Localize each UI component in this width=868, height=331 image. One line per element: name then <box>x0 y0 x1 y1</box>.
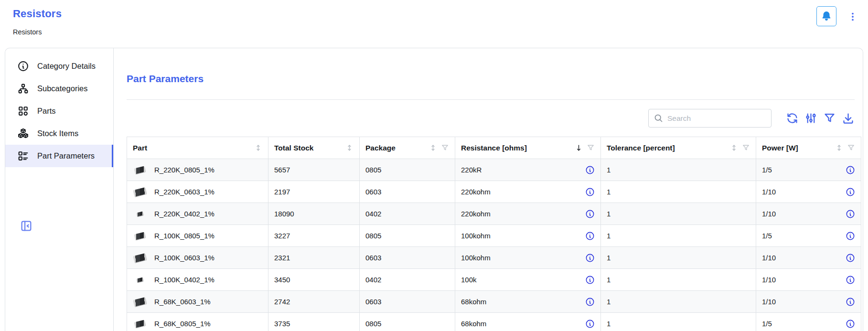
info-circle-blue-icon[interactable] <box>585 231 595 241</box>
info-circle-blue-icon[interactable] <box>585 319 595 329</box>
column-header-package[interactable]: Package <box>360 137 455 159</box>
total-stock-value: 2742 <box>274 298 290 306</box>
table-row[interactable]: R_68K_0805_1% 3735 0805 68kohm 1 1/5 <box>127 313 861 331</box>
arrows-sort-icon <box>730 144 738 152</box>
total-stock-value: 5657 <box>274 166 290 174</box>
table-row[interactable]: R_100K_0805_1% 3227 0805 100kohm 1 1/5 <box>127 225 861 247</box>
part-name[interactable]: R_220K_0805_1% <box>154 166 214 174</box>
sidebar-item-label: Stock Items <box>37 129 78 138</box>
section-title: Part Parameters <box>127 73 204 85</box>
dots-vertical-icon <box>847 11 858 23</box>
part-name[interactable]: R_100K_0603_1% <box>154 254 214 262</box>
package-value: 0805 <box>365 166 381 174</box>
arrows-sort-icon <box>429 144 437 152</box>
power-value: 1/10 <box>762 276 776 284</box>
arrows-sort-icon <box>345 144 354 152</box>
tolerance-value: 1 <box>607 232 611 240</box>
sidebar-item-label: Subcategories <box>37 84 88 93</box>
info-circle-blue-icon[interactable] <box>585 275 595 285</box>
info-circle-blue-icon[interactable] <box>585 187 595 197</box>
package-value: 0402 <box>365 276 381 284</box>
search-box <box>648 109 772 128</box>
column-header-part[interactable]: Part <box>127 137 268 159</box>
page-header: Resistors Resistors <box>0 0 868 48</box>
adjustments-icon <box>804 112 817 125</box>
column-header-resistance-ohms[interactable]: Resistance [ohms] <box>455 137 601 159</box>
funnel-small-icon <box>847 144 855 152</box>
column-label: Tolerance [percent] <box>607 144 675 152</box>
info-circle-blue-icon[interactable] <box>585 209 595 219</box>
part-name[interactable]: R_100K_0402_1% <box>154 276 214 284</box>
search-input[interactable] <box>664 114 771 123</box>
table-row[interactable]: R_68K_0603_1% 2742 0603 68kohm 1 1/10 <box>127 291 861 313</box>
part-name[interactable]: R_220K_0402_1% <box>154 210 214 218</box>
column-label: Resistance [ohms] <box>461 144 527 152</box>
sidebar-item-parts[interactable]: Parts <box>5 100 113 122</box>
info-circle-blue-icon[interactable] <box>846 165 855 175</box>
column-label: Power [W] <box>762 144 798 152</box>
info-circle-blue-icon[interactable] <box>585 253 595 263</box>
funnel-small-icon <box>742 144 750 152</box>
sidebar-item-subcategories[interactable]: Subcategories <box>5 77 113 100</box>
info-circle-blue-icon[interactable] <box>585 165 595 175</box>
part-name[interactable]: R_220K_0603_1% <box>154 188 214 196</box>
package-value: 0805 <box>365 320 381 328</box>
part-parameters-table: Part Total Stock Package Resistance [ohm… <box>127 137 861 331</box>
info-circle-blue-icon[interactable] <box>846 275 855 285</box>
info-circle-blue-icon[interactable] <box>846 187 855 197</box>
power-value: 1/10 <box>762 298 776 306</box>
table-row[interactable]: R_220K_0805_1% 5657 0805 220kR 1 1/5 <box>127 159 861 181</box>
sidebar-item-category-details[interactable]: Category Details <box>5 55 113 77</box>
column-label: Part <box>133 144 147 152</box>
sidebar-item-part-parameters[interactable]: Part Parameters <box>5 145 113 167</box>
part-thumbnail <box>133 255 147 261</box>
part-name[interactable]: R_68K_0805_1% <box>154 320 211 328</box>
collapse-sidebar-button[interactable] <box>20 219 33 233</box>
info-circle-blue-icon[interactable] <box>846 209 855 219</box>
column-label: Total Stock <box>274 144 313 152</box>
tolerance-value: 1 <box>607 298 611 306</box>
column-header-total-stock[interactable]: Total Stock <box>268 137 360 159</box>
table-settings-button[interactable] <box>804 112 817 125</box>
sidebar-item-label: Parts <box>37 107 56 116</box>
info-circle-blue-icon[interactable] <box>846 231 855 241</box>
refresh-button[interactable] <box>786 112 799 125</box>
part-thumbnail <box>133 321 147 327</box>
column-header-power-w[interactable]: Power [W] <box>756 137 861 159</box>
filters-button[interactable] <box>823 112 836 125</box>
search-icon <box>654 113 664 123</box>
sidebar-item-label: Category Details <box>37 62 96 71</box>
part-name[interactable]: R_68K_0603_1% <box>154 298 211 306</box>
table-row[interactable]: R_220K_0402_1% 18090 0402 220kohm 1 1/10 <box>127 203 861 225</box>
info-circle-blue-icon[interactable] <box>846 253 855 263</box>
table-row[interactable]: R_100K_0603_1% 2321 0603 100kohm 1 1/10 <box>127 247 861 269</box>
column-label: Package <box>365 144 396 152</box>
tolerance-value: 1 <box>607 188 611 196</box>
sidebar-item-stock-items[interactable]: Stock Items <box>5 122 113 145</box>
total-stock-value: 2321 <box>274 254 290 262</box>
table-row[interactable]: R_220K_0603_1% 2197 0603 220kohm 1 1/10 <box>127 181 861 203</box>
part-thumbnail <box>133 233 147 239</box>
breadcrumb[interactable]: Resistors <box>13 28 42 36</box>
info-circle-blue-icon[interactable] <box>585 297 595 307</box>
power-value: 1/5 <box>762 166 772 174</box>
tolerance-value: 1 <box>607 320 611 328</box>
info-circle-blue-icon[interactable] <box>846 319 855 329</box>
list-details-icon <box>17 150 29 162</box>
resistance-value: 100k <box>461 276 477 284</box>
arrows-sort-icon <box>254 144 262 152</box>
notifications-button[interactable] <box>816 6 836 26</box>
info-circle-blue-icon[interactable] <box>846 297 855 307</box>
divider <box>127 99 855 100</box>
column-header-tolerance-percent[interactable]: Tolerance [percent] <box>601 137 756 159</box>
table-row[interactable]: R_100K_0402_1% 3450 0402 100k 1 1/10 <box>127 269 861 291</box>
overflow-menu-button[interactable] <box>847 11 858 23</box>
total-stock-value: 18090 <box>274 210 294 218</box>
arrows-sort-icon <box>835 144 843 152</box>
download-button[interactable] <box>842 112 855 125</box>
resistance-value: 220kohm <box>461 210 491 218</box>
total-stock-value: 3735 <box>274 320 290 328</box>
part-name[interactable]: R_100K_0805_1% <box>154 232 214 240</box>
resistance-value: 100kohm <box>461 254 491 262</box>
refresh-icon <box>786 112 799 125</box>
